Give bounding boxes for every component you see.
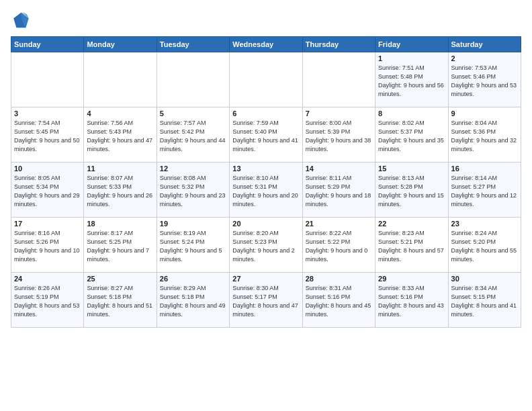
weekday-header-tuesday: Tuesday (157, 37, 229, 52)
day-info: Sunrise: 7:53 AM Sunset: 5:46 PM Dayligh… (451, 64, 518, 99)
day-info: Sunrise: 7:56 AM Sunset: 5:43 PM Dayligh… (87, 119, 153, 154)
calendar-cell: 11Sunrise: 8:07 AM Sunset: 5:33 PM Dayli… (84, 163, 157, 218)
calendar-table: SundayMondayTuesdayWednesdayThursdayFrid… (11, 36, 521, 328)
day-number: 24 (14, 275, 81, 283)
day-number: 8 (378, 109, 445, 118)
day-number: 7 (306, 109, 372, 118)
day-info: Sunrise: 7:59 AM Sunset: 5:40 PM Dayligh… (232, 119, 299, 154)
day-number: 22 (378, 220, 445, 228)
weekday-header-friday: Friday (375, 37, 448, 52)
calendar-cell: 9Sunrise: 8:04 AM Sunset: 5:36 PM Daylig… (448, 107, 521, 163)
logo-icon (11, 11, 30, 30)
day-number: 2 (451, 54, 518, 62)
day-info: Sunrise: 8:00 AM Sunset: 5:39 PM Dayligh… (306, 119, 372, 154)
day-info: Sunrise: 8:13 AM Sunset: 5:28 PM Dayligh… (378, 174, 445, 209)
calendar-cell: 5Sunrise: 7:57 AM Sunset: 5:42 PM Daylig… (157, 107, 229, 163)
weekday-header-wednesday: Wednesday (230, 37, 302, 52)
day-info: Sunrise: 7:51 AM Sunset: 5:48 PM Dayligh… (378, 64, 445, 99)
header (11, 11, 521, 30)
calendar-cell: 22Sunrise: 8:23 AM Sunset: 5:21 PM Dayli… (375, 218, 448, 273)
day-info: Sunrise: 8:04 AM Sunset: 5:36 PM Dayligh… (451, 119, 518, 154)
day-info: Sunrise: 8:05 AM Sunset: 5:34 PM Dayligh… (14, 174, 81, 209)
day-number: 17 (14, 220, 81, 228)
day-number: 19 (160, 220, 226, 228)
day-number: 4 (87, 109, 153, 118)
calendar-cell: 16Sunrise: 8:14 AM Sunset: 5:27 PM Dayli… (448, 163, 521, 218)
calendar-cell: 26Sunrise: 8:29 AM Sunset: 5:18 PM Dayli… (157, 273, 229, 328)
calendar-cell: 20Sunrise: 8:20 AM Sunset: 5:23 PM Dayli… (230, 218, 302, 273)
calendar-cell: 8Sunrise: 8:02 AM Sunset: 5:37 PM Daylig… (375, 107, 448, 163)
day-number: 25 (87, 275, 153, 283)
day-info: Sunrise: 8:22 AM Sunset: 5:22 PM Dayligh… (306, 229, 372, 264)
day-info: Sunrise: 8:29 AM Sunset: 5:18 PM Dayligh… (160, 284, 226, 319)
calendar-cell: 18Sunrise: 8:17 AM Sunset: 5:25 PM Dayli… (84, 218, 157, 273)
day-info: Sunrise: 8:14 AM Sunset: 5:27 PM Dayligh… (451, 174, 518, 209)
day-info: Sunrise: 8:27 AM Sunset: 5:18 PM Dayligh… (87, 284, 153, 319)
day-number: 5 (160, 109, 226, 118)
calendar-cell: 15Sunrise: 8:13 AM Sunset: 5:28 PM Dayli… (375, 163, 448, 218)
day-info: Sunrise: 7:57 AM Sunset: 5:42 PM Dayligh… (160, 119, 226, 154)
calendar-week-row: 24Sunrise: 8:26 AM Sunset: 5:19 PM Dayli… (11, 273, 521, 328)
day-info: Sunrise: 8:08 AM Sunset: 5:32 PM Dayligh… (160, 174, 226, 209)
weekday-header-monday: Monday (84, 37, 157, 52)
day-number: 21 (306, 220, 372, 228)
day-info: Sunrise: 8:02 AM Sunset: 5:37 PM Dayligh… (378, 119, 445, 154)
calendar-cell (84, 52, 157, 107)
day-info: Sunrise: 8:33 AM Sunset: 5:16 PM Dayligh… (378, 284, 445, 319)
day-info: Sunrise: 8:34 AM Sunset: 5:15 PM Dayligh… (451, 284, 518, 319)
day-info: Sunrise: 7:54 AM Sunset: 5:45 PM Dayligh… (14, 119, 81, 154)
day-number: 27 (232, 275, 299, 283)
calendar-cell: 1Sunrise: 7:51 AM Sunset: 5:48 PM Daylig… (375, 52, 448, 107)
calendar-cell: 14Sunrise: 8:11 AM Sunset: 5:29 PM Dayli… (302, 163, 375, 218)
day-number: 14 (306, 165, 372, 173)
calendar-cell (302, 52, 375, 107)
day-number: 29 (378, 275, 445, 283)
calendar-week-row: 17Sunrise: 8:16 AM Sunset: 5:26 PM Dayli… (11, 218, 521, 273)
day-number: 16 (451, 165, 518, 173)
calendar-cell: 2Sunrise: 7:53 AM Sunset: 5:46 PM Daylig… (448, 52, 521, 107)
weekday-header-saturday: Saturday (448, 37, 521, 52)
day-number: 3 (14, 109, 81, 118)
day-info: Sunrise: 8:24 AM Sunset: 5:20 PM Dayligh… (451, 229, 518, 264)
day-number: 10 (14, 165, 81, 173)
calendar-cell: 30Sunrise: 8:34 AM Sunset: 5:15 PM Dayli… (448, 273, 521, 328)
calendar-cell: 6Sunrise: 7:59 AM Sunset: 5:40 PM Daylig… (230, 107, 302, 163)
day-number: 9 (451, 109, 518, 118)
logo (11, 11, 32, 30)
calendar-cell: 27Sunrise: 8:30 AM Sunset: 5:17 PM Dayli… (230, 273, 302, 328)
calendar-cell: 13Sunrise: 8:10 AM Sunset: 5:31 PM Dayli… (230, 163, 302, 218)
calendar-cell (157, 52, 229, 107)
page: SundayMondayTuesdayWednesdayThursdayFrid… (0, 0, 532, 411)
calendar-cell: 7Sunrise: 8:00 AM Sunset: 5:39 PM Daylig… (302, 107, 375, 163)
calendar-cell: 10Sunrise: 8:05 AM Sunset: 5:34 PM Dayli… (11, 163, 84, 218)
calendar-cell: 28Sunrise: 8:31 AM Sunset: 5:16 PM Dayli… (302, 273, 375, 328)
day-info: Sunrise: 8:10 AM Sunset: 5:31 PM Dayligh… (232, 174, 299, 209)
day-number: 20 (232, 220, 299, 228)
day-info: Sunrise: 8:31 AM Sunset: 5:16 PM Dayligh… (306, 284, 372, 319)
day-number: 18 (87, 220, 153, 228)
calendar-cell: 12Sunrise: 8:08 AM Sunset: 5:32 PM Dayli… (157, 163, 229, 218)
day-info: Sunrise: 8:30 AM Sunset: 5:17 PM Dayligh… (232, 284, 299, 319)
calendar-week-row: 1Sunrise: 7:51 AM Sunset: 5:48 PM Daylig… (11, 52, 521, 107)
day-info: Sunrise: 8:20 AM Sunset: 5:23 PM Dayligh… (232, 229, 299, 264)
calendar-cell: 21Sunrise: 8:22 AM Sunset: 5:22 PM Dayli… (302, 218, 375, 273)
day-info: Sunrise: 8:17 AM Sunset: 5:25 PM Dayligh… (87, 229, 153, 264)
calendar-cell: 17Sunrise: 8:16 AM Sunset: 5:26 PM Dayli… (11, 218, 84, 273)
day-info: Sunrise: 8:19 AM Sunset: 5:24 PM Dayligh… (160, 229, 226, 264)
day-number: 28 (306, 275, 372, 283)
day-info: Sunrise: 8:11 AM Sunset: 5:29 PM Dayligh… (306, 174, 372, 209)
calendar-cell: 24Sunrise: 8:26 AM Sunset: 5:19 PM Dayli… (11, 273, 84, 328)
weekday-header-thursday: Thursday (302, 37, 375, 52)
day-number: 15 (378, 165, 445, 173)
calendar-cell: 4Sunrise: 7:56 AM Sunset: 5:43 PM Daylig… (84, 107, 157, 163)
day-number: 23 (451, 220, 518, 228)
day-number: 12 (160, 165, 226, 173)
calendar-cell (11, 52, 84, 107)
calendar-cell: 25Sunrise: 8:27 AM Sunset: 5:18 PM Dayli… (84, 273, 157, 328)
calendar-cell (230, 52, 302, 107)
calendar-week-row: 3Sunrise: 7:54 AM Sunset: 5:45 PM Daylig… (11, 107, 521, 163)
day-number: 13 (232, 165, 299, 173)
day-number: 30 (451, 275, 518, 283)
day-number: 6 (232, 109, 299, 118)
calendar-cell: 23Sunrise: 8:24 AM Sunset: 5:20 PM Dayli… (448, 218, 521, 273)
